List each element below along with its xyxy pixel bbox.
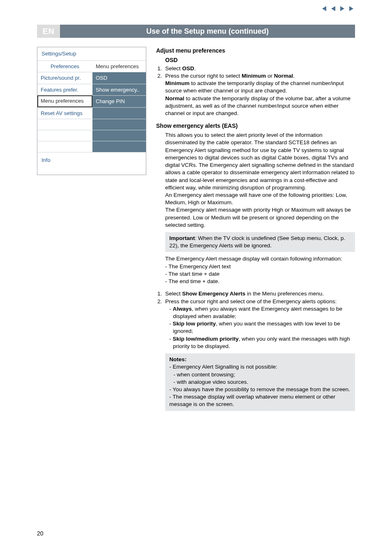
- menu-value-osd[interactable]: OSD: [92, 72, 146, 84]
- menu-item-features[interactable]: Features prefer.: [37, 84, 92, 96]
- menu-item-empty: [37, 130, 92, 141]
- eas-step-2: Press the cursor right and select one of…: [164, 298, 355, 351]
- nav-arrows: [321, 6, 355, 12]
- first-page-icon[interactable]: [321, 6, 328, 12]
- menu-item-reset-av[interactable]: Reset AV settings: [37, 107, 92, 119]
- eas-step-1: Select Show Emergency Alerts in the Menu…: [164, 290, 355, 298]
- menu-right-head: Menu preferences: [92, 60, 146, 72]
- page-number: 20: [37, 530, 44, 537]
- osd-step-1: Select OSD.: [164, 65, 355, 72]
- settings-menu: Settings/Setup Preferences Menu preferen…: [37, 47, 146, 175]
- menu-info: Info: [37, 152, 146, 175]
- notes-box: Notes: Emergency Alert Signalling is not…: [165, 353, 355, 411]
- eas-info-list: The Emergency Alert message display will…: [165, 255, 355, 285]
- menu-item-empty: [37, 119, 92, 130]
- menu-left-head: Preferences: [37, 60, 92, 72]
- heading-eas: Show emergency alerts (EAS): [156, 122, 355, 130]
- menu-value-empty: [92, 141, 146, 152]
- menu-value-empty: [92, 130, 146, 141]
- menu-value-empty: [92, 119, 146, 130]
- menu-title: Settings/Setup: [37, 47, 146, 60]
- last-page-icon[interactable]: [348, 6, 355, 12]
- menu-value-change-pin[interactable]: Change PIN: [92, 95, 146, 107]
- menu-item-menu-prefs[interactable]: Menu preferences: [37, 95, 92, 107]
- heading-osd: OSD: [165, 56, 355, 64]
- menu-value-empty: [92, 107, 146, 119]
- heading-adjust: Adjust menu preferences: [156, 47, 355, 55]
- page-title: Use of the Setup menu (continued): [60, 25, 355, 38]
- menu-item-empty: [37, 141, 92, 152]
- prev-page-icon[interactable]: [330, 6, 337, 12]
- eas-body: This allows you to select the alert prio…: [165, 131, 355, 229]
- osd-step-2: Press the cursor right to select Minimum…: [164, 72, 355, 117]
- important-note: Important: When the TV clock is undefine…: [165, 232, 355, 252]
- language-badge: EN: [37, 25, 60, 38]
- menu-value-emergency[interactable]: Show emergency..: [92, 84, 146, 96]
- menu-item-picture-sound[interactable]: Picture/sound pr.: [37, 72, 92, 84]
- next-page-icon[interactable]: [339, 6, 346, 12]
